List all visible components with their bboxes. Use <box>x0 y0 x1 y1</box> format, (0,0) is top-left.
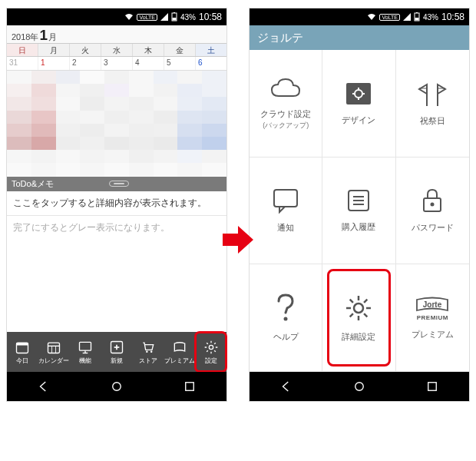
cell-design-label: デザイン <box>342 114 375 126</box>
phone-left: VoLTE 43% 10:58 2018 年 1 月 日 月 火 水 木 金 土… <box>6 8 227 402</box>
date-cell[interactable]: 6 <box>196 57 226 70</box>
calendar-body-pixelated[interactable] <box>7 71 226 177</box>
wifi-icon <box>124 13 134 21</box>
cell-premium-label: プレミアム <box>412 329 454 340</box>
arrow-icon <box>221 223 255 257</box>
svg-point-37 <box>354 303 363 313</box>
jorte-icon <box>172 340 187 355</box>
cell-help-label: ヘルプ <box>273 331 299 343</box>
todo-done-row[interactable]: 完了にするとグレー表示になります。 <box>7 216 226 333</box>
design-icon <box>343 81 374 107</box>
svg-point-47 <box>355 383 364 391</box>
toolbar-new-button[interactable]: 新規 <box>101 332 133 372</box>
help-icon <box>275 293 296 323</box>
svg-point-16 <box>150 350 153 353</box>
cell-design[interactable]: デザイン <box>322 50 395 158</box>
svg-point-18 <box>113 383 121 391</box>
toolbar-premium-button[interactable]: プレミアム <box>164 332 195 372</box>
nav-home-button[interactable] <box>110 380 124 393</box>
weekday-tue: 火 <box>70 44 101 56</box>
calendar-title[interactable]: 2018 年 1 月 <box>7 25 226 44</box>
cell-holidays[interactable]: 祝祭日 <box>396 50 469 158</box>
date-cell[interactable]: 4 <box>133 57 164 70</box>
cell-history[interactable]: 購入履歴 <box>322 158 395 265</box>
weekday-sat: 土 <box>196 44 226 56</box>
weekday-mon: 月 <box>38 44 70 56</box>
cell-password[interactable]: パスワード <box>396 158 469 265</box>
status-bar: VoLTE 43% 10:58 <box>7 8 226 25</box>
toolbar-calendar-button[interactable]: カレンダー <box>38 332 70 372</box>
cell-notify[interactable]: 通知 <box>250 158 322 265</box>
bottom-toolbar: 今日 カレンダー 機能 新規 ストア プレミアム <box>7 332 226 372</box>
gear-icon <box>343 293 374 323</box>
drag-handle-icon[interactable] <box>109 181 129 187</box>
nav-recent-button[interactable] <box>425 380 439 393</box>
calendar-month: 1 <box>39 27 48 44</box>
weekday-header: 日 月 火 水 木 金 土 <box>7 44 226 57</box>
date-cell[interactable]: 1 <box>38 57 70 70</box>
cart-icon <box>140 340 156 355</box>
svg-line-44 <box>365 300 368 303</box>
nav-recent-button[interactable] <box>183 380 197 393</box>
date-cell[interactable]: 3 <box>101 57 133 70</box>
android-nav-bar <box>250 372 469 401</box>
toolbar-premium-label: プレミアム <box>164 357 195 365</box>
weekday-wed: 水 <box>101 44 133 56</box>
signal-icon <box>160 13 168 21</box>
date-cell[interactable]: 31 <box>7 57 38 70</box>
lock-icon <box>421 187 444 214</box>
gear-icon <box>203 340 219 355</box>
toolbar-settings-label: 設定 <box>205 357 217 365</box>
plus-icon <box>109 340 124 355</box>
toolbar-features-label: 機能 <box>79 357 91 365</box>
svg-point-36 <box>284 317 288 321</box>
cloud-icon <box>269 76 302 101</box>
cell-cloud-sub: (バックアップ) <box>260 121 311 131</box>
todo-header[interactable]: ToDo&メモ <box>7 177 226 191</box>
calendar-icon <box>46 340 61 355</box>
todo-header-label: ToDo&メモ <box>12 178 54 190</box>
toolbar-features-button[interactable]: 機能 <box>70 332 101 372</box>
svg-line-42 <box>350 300 353 303</box>
todo-hint-row[interactable]: ここをタップすると詳細内容が表示されます。 <box>7 191 226 216</box>
svg-text:Jorte: Jorte <box>423 300 442 309</box>
battery-icon <box>171 12 177 22</box>
cell-help[interactable]: ヘルプ <box>250 264 322 372</box>
volte-indicator: VoLTE <box>137 14 157 21</box>
volte-indicator: VoLTE <box>379 14 400 21</box>
list-icon <box>345 187 372 214</box>
date-cell[interactable]: 5 <box>164 57 196 70</box>
svg-rect-9 <box>80 342 91 350</box>
cell-advanced-settings[interactable]: 詳細設定 <box>322 264 395 372</box>
cell-password-label: パスワード <box>412 222 454 234</box>
signal-icon <box>403 13 411 21</box>
toolbar-store-button[interactable]: ストア <box>132 332 164 372</box>
battery-icon <box>414 12 420 22</box>
app-title-bar: ジョルテ <box>250 25 469 50</box>
status-bar: VoLTE 43% 10:58 <box>250 8 469 25</box>
phone-right: VoLTE 43% 10:58 ジョルテ クラウド設定(バックアップ) デザイン… <box>249 8 470 402</box>
speech-icon <box>271 187 300 214</box>
status-time: 10:58 <box>441 12 464 22</box>
weekday-fri: 金 <box>164 44 196 56</box>
toolbar-settings-button[interactable]: 設定 <box>195 332 226 372</box>
toolbar-today-button[interactable]: 今日 <box>7 332 38 372</box>
cell-holidays-label: 祝祭日 <box>420 115 445 127</box>
svg-rect-21 <box>416 12 418 13</box>
svg-rect-2 <box>172 18 176 21</box>
svg-point-17 <box>209 345 213 349</box>
svg-rect-4 <box>17 343 28 345</box>
dates-row[interactable]: 31 1 2 3 4 5 6 <box>7 57 226 71</box>
nav-back-button[interactable] <box>279 380 293 393</box>
weekday-thu: 木 <box>133 44 164 56</box>
nav-back-button[interactable] <box>37 380 51 393</box>
date-cell[interactable]: 2 <box>70 57 101 70</box>
svg-point-15 <box>146 350 148 353</box>
jorte-premium-icon: Jorte PREMIUM <box>415 296 450 321</box>
cell-premium[interactable]: Jorte PREMIUM プレミアム <box>396 264 469 372</box>
cell-cloud-settings[interactable]: クラウド設定(バックアップ) <box>250 50 322 158</box>
month-suffix: 月 <box>48 32 57 43</box>
nav-home-button[interactable] <box>352 380 366 393</box>
svg-line-43 <box>365 313 368 317</box>
battery-percent: 43% <box>180 13 196 22</box>
